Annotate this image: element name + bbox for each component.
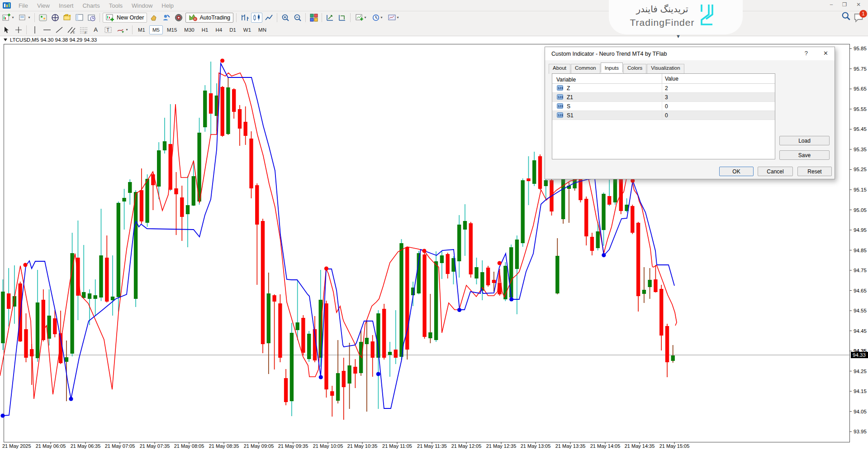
svg-text:95.25: 95.25 xyxy=(854,167,867,172)
svg-text:94.65: 94.65 xyxy=(854,288,867,293)
svg-text:95.05: 95.05 xyxy=(854,207,867,213)
svg-text:123: 123 xyxy=(558,104,563,108)
svg-text:94.25: 94.25 xyxy=(854,369,867,374)
svg-text:93.95: 93.95 xyxy=(854,429,867,434)
svg-text:LTCUSD,M5 94.30 94.38 94.29 9: LTCUSD,M5 94.30 94.38 94.29 94.33 xyxy=(10,37,97,43)
svg-text:95.45: 95.45 xyxy=(854,126,867,132)
svg-text:94.15: 94.15 xyxy=(854,389,867,394)
svg-text:94.55: 94.55 xyxy=(854,308,867,313)
svg-text:95.85: 95.85 xyxy=(854,46,867,51)
svg-text:95.15: 95.15 xyxy=(854,187,867,192)
svg-text:94.95: 94.95 xyxy=(854,227,867,233)
svg-text:94.45: 94.45 xyxy=(854,328,867,334)
svg-text:95.75: 95.75 xyxy=(854,66,867,72)
svg-text:21 May 2025: 21 May 2025 xyxy=(2,443,31,449)
svg-text:95.35: 95.35 xyxy=(854,147,867,152)
svg-text:94.05: 94.05 xyxy=(854,409,867,414)
svg-text:95.65: 95.65 xyxy=(854,86,867,91)
svg-text:123: 123 xyxy=(558,113,563,117)
svg-text:F: F xyxy=(85,31,86,34)
svg-text:94.75: 94.75 xyxy=(854,268,867,273)
svg-text:95.55: 95.55 xyxy=(854,106,867,112)
svg-text:E: E xyxy=(73,31,75,34)
svg-text:123: 123 xyxy=(558,86,563,90)
svg-text:T: T xyxy=(106,28,109,33)
svg-text:123: 123 xyxy=(558,95,563,99)
svg-text:94.85: 94.85 xyxy=(854,248,867,253)
svg-text:94.33: 94.33 xyxy=(853,352,866,358)
